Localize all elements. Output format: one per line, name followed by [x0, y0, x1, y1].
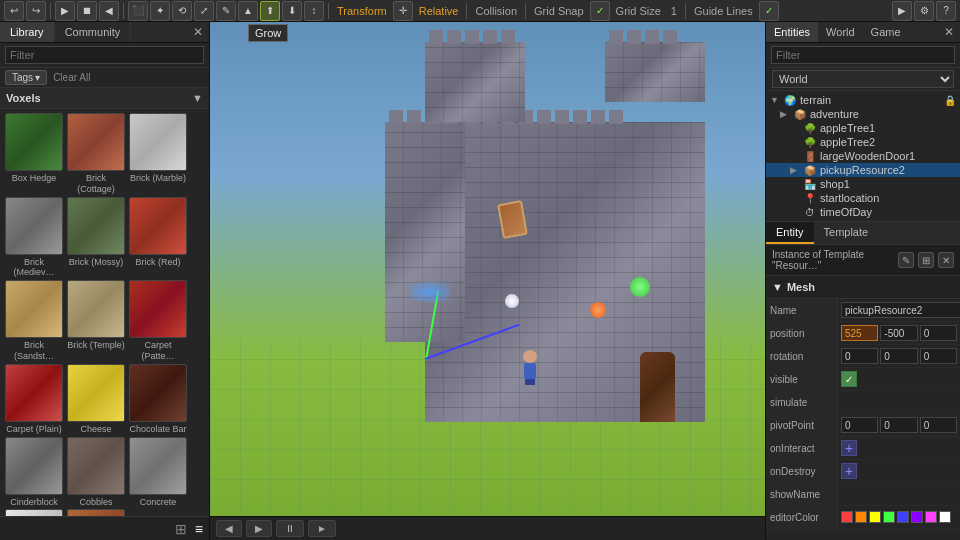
tags-button[interactable]: Tags ▾: [5, 70, 47, 85]
left-panel-close[interactable]: ✕: [189, 23, 207, 41]
settings-button[interactable]: ⚙: [914, 1, 934, 21]
prop-rot-x[interactable]: [841, 348, 878, 364]
list-item[interactable]: Cheese: [66, 364, 126, 435]
guide-lines-check[interactable]: ✓: [759, 1, 779, 21]
castle-top-left: [425, 42, 525, 122]
voxel-thumb: [67, 280, 125, 338]
tree-item-pickupresource2[interactable]: ▶ 📦 pickupResource2: [766, 163, 960, 177]
status-pause[interactable]: ▶: [246, 520, 272, 537]
tree-item-appletree2[interactable]: 🌳 appleTree2: [766, 135, 960, 149]
help-button[interactable]: ?: [936, 1, 956, 21]
clear-all-button[interactable]: Clear All: [53, 72, 90, 83]
list-item[interactable]: Cobbles: [66, 437, 126, 508]
tab-template[interactable]: Template: [814, 222, 879, 244]
list-item[interactable]: Brick (Red): [128, 197, 188, 279]
list-view-icon[interactable]: ≡: [195, 521, 203, 537]
status-stop[interactable]: ⏸: [276, 520, 304, 537]
appletree2-icon: 🌳: [803, 137, 817, 148]
entities-filter-input[interactable]: [771, 46, 955, 64]
tree-item-adventure[interactable]: ▶ 📦 adventure: [766, 107, 960, 121]
prop-pos-y[interactable]: [880, 325, 917, 341]
list-item[interactable]: Box Hedge: [4, 113, 64, 195]
right-panel-close[interactable]: ✕: [940, 23, 958, 41]
shrink-button[interactable]: ⬇: [282, 1, 302, 21]
tree-item-terrain[interactable]: ▼ 🌍 terrain 🔒: [766, 93, 960, 107]
tab-world[interactable]: World: [818, 22, 863, 42]
terrain-button[interactable]: ▲: [238, 1, 258, 21]
color-swatch-green[interactable]: [883, 511, 895, 523]
tree-item-appletree1[interactable]: 🌳 appleTree1: [766, 121, 960, 135]
tab-entity[interactable]: Entity: [766, 222, 814, 244]
rotate-button[interactable]: ⟲: [172, 1, 192, 21]
prop-pivot-x[interactable]: [841, 417, 878, 433]
right-filter-row: [766, 43, 960, 68]
detach-icon[interactable]: ⊞: [918, 252, 934, 268]
prop-pivot-y[interactable]: [880, 417, 917, 433]
paint-button[interactable]: ✎: [216, 1, 236, 21]
tree-label: largeWoodenDoor1: [820, 150, 915, 162]
rewind-button[interactable]: ◀: [99, 1, 119, 21]
tree-item-shop1[interactable]: 🏪 shop1: [766, 177, 960, 191]
list-item[interactable]: [66, 509, 126, 516]
list-item[interactable]: Carpet (Plain): [4, 364, 64, 435]
move-button[interactable]: ✦: [150, 1, 170, 21]
prop-pos-z[interactable]: [920, 325, 957, 341]
scale-button[interactable]: ⤢: [194, 1, 214, 21]
tree-item-woodendoor[interactable]: 🚪 largeWoodenDoor1: [766, 149, 960, 163]
prop-rot-z[interactable]: [920, 348, 957, 364]
tab-community[interactable]: Community: [55, 22, 132, 42]
viewport[interactable]: ◀ ▶ ⏸ ►: [210, 22, 765, 540]
tree-item-timeofday[interactable]: ⏱ timeOfDay: [766, 205, 960, 219]
color-swatch-blue[interactable]: [897, 511, 909, 523]
voxel-label: Brick (Red): [135, 257, 180, 268]
color-swatch-violet[interactable]: [911, 511, 923, 523]
list-item[interactable]: [4, 509, 64, 516]
grid-snap-check[interactable]: ✓: [590, 1, 610, 21]
play-top-button[interactable]: ▶: [892, 1, 912, 21]
tree-item-startlocation[interactable]: 📍 startlocation: [766, 191, 960, 205]
filter-input[interactable]: [5, 46, 204, 64]
list-item[interactable]: Cinderblock: [4, 437, 64, 508]
terrain-icon: 🌍: [783, 95, 797, 106]
tab-entities[interactable]: Entities: [766, 22, 818, 42]
color-swatch-red[interactable]: [841, 511, 853, 523]
list-item[interactable]: Carpet (Patte…: [128, 280, 188, 362]
prop-ondestroy-add[interactable]: +: [841, 463, 857, 479]
list-item[interactable]: Brick (Temple): [66, 280, 126, 362]
voxels-collapse-icon[interactable]: ▼: [192, 92, 203, 104]
color-swatch-pink[interactable]: [925, 511, 937, 523]
color-swatch-orange[interactable]: [855, 511, 867, 523]
transform-icon[interactable]: ✛: [393, 1, 413, 21]
world-select[interactable]: World: [772, 70, 954, 88]
list-item[interactable]: Brick (Mossy): [66, 197, 126, 279]
list-item[interactable]: Concrete: [128, 437, 188, 508]
smooth-button[interactable]: ↕: [304, 1, 324, 21]
prop-rot-y[interactable]: [880, 348, 917, 364]
list-item[interactable]: Brick (Marble): [128, 113, 188, 195]
play-button[interactable]: ▶: [55, 1, 75, 21]
tab-library[interactable]: Library: [0, 22, 55, 42]
list-item[interactable]: Brick (Cottage): [66, 113, 126, 195]
status-play[interactable]: ◀: [216, 520, 242, 537]
stop-button[interactable]: ⏹: [77, 1, 97, 21]
grid-view-icon[interactable]: ⊞: [175, 521, 187, 537]
color-swatch-yellow[interactable]: [869, 511, 881, 523]
list-item[interactable]: Brick (Mediev…: [4, 197, 64, 279]
select-button[interactable]: ⬛: [128, 1, 148, 21]
prop-pivot-z[interactable]: [920, 417, 957, 433]
color-swatch-white[interactable]: [939, 511, 951, 523]
list-item[interactable]: Chocolate Bar: [128, 364, 188, 435]
prop-name-input[interactable]: [841, 302, 960, 318]
tree-label: appleTree2: [820, 136, 875, 148]
prop-oninteract-add[interactable]: +: [841, 440, 857, 456]
prop-visible-check[interactable]: ✓: [841, 371, 857, 387]
prop-pos-x[interactable]: [841, 325, 878, 341]
undo-button[interactable]: ↩: [4, 1, 24, 21]
edit-template-icon[interactable]: ✎: [898, 252, 914, 268]
redo-button[interactable]: ↪: [26, 1, 46, 21]
list-item[interactable]: Brick (Sandst…: [4, 280, 64, 362]
delete-icon[interactable]: ✕: [938, 252, 954, 268]
tab-game[interactable]: Game: [863, 22, 909, 42]
grow-button[interactable]: ⬆: [260, 1, 280, 21]
status-forward[interactable]: ►: [308, 520, 336, 537]
